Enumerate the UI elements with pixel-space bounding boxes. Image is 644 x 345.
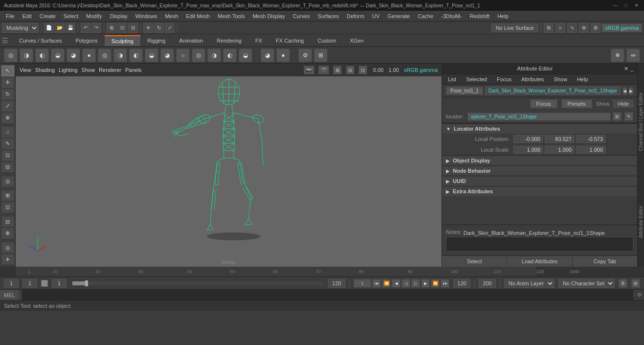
grid-toggle[interactable]: ⊞ (333, 66, 342, 74)
brush-settings-btn[interactable]: ⚙ (298, 48, 312, 62)
frame-counter[interactable]: 1 (354, 279, 371, 288)
attr-tab-help[interactable]: Help (573, 75, 592, 83)
selected-frame-input[interactable] (52, 279, 67, 288)
tab-rigging[interactable]: Rigging (140, 36, 172, 46)
menu-curves[interactable]: Curves (289, 12, 314, 20)
undo-btn[interactable]: ↶ (81, 23, 90, 33)
sculpt-scrape-tool[interactable]: ◎ (192, 48, 205, 62)
lasso-tool[interactable]: ⊟ (1, 162, 14, 173)
new-scene-btn[interactable]: 📄 (44, 23, 54, 33)
tab-fx-caching[interactable]: FX Caching (269, 36, 311, 46)
tab-xgen[interactable]: XGen (343, 36, 370, 46)
current-frame-input[interactable] (22, 279, 37, 288)
load-attributes-button[interactable]: Load Attributes (507, 256, 572, 267)
menu-generate[interactable]: Generate (383, 12, 414, 20)
show-all[interactable]: ⊕ (1, 228, 14, 239)
sculpt-imprint-tool[interactable]: ◕ (160, 48, 174, 62)
navigate-btn[interactable]: ✈ (1, 254, 14, 265)
extra-attr-header[interactable]: ▶ Extra Attributes (442, 186, 637, 196)
prev-frame-btn[interactable]: ◀ (392, 279, 400, 288)
menu-file[interactable]: File (2, 12, 19, 20)
grid-display-tool[interactable]: ⊞ (1, 190, 14, 201)
live-surface-btn[interactable]: No Live Surface (491, 23, 538, 32)
playback-max-input[interactable] (479, 279, 496, 288)
menu-display[interactable]: Display (106, 12, 132, 20)
extra-btn2[interactable]: ⊞ (631, 279, 640, 288)
viewport-shading-menu[interactable]: Shading (35, 67, 55, 73)
menu-create[interactable]: Create (36, 12, 60, 20)
brush-stamp-btn[interactable]: ⊞ (314, 48, 328, 62)
copy-tab-button[interactable]: Copy Tab (573, 256, 637, 267)
snap-tool[interactable]: ◎ (1, 176, 14, 187)
wireframe-toggle[interactable]: ⊟ (346, 66, 355, 74)
select-button[interactable]: Select (442, 256, 507, 267)
soft-select[interactable]: ○ (1, 127, 14, 138)
viewport-lighting-menu[interactable]: Lighting (59, 67, 78, 73)
viewport-panels-menu[interactable]: Panels (125, 67, 142, 73)
symmetry-btn[interactable]: ⇔ (626, 48, 640, 62)
menu-redshift[interactable]: Redshift (466, 12, 493, 20)
sculpt-wax-tool[interactable]: ○ (176, 48, 190, 62)
local-scale-y[interactable]: 1.000 (545, 146, 574, 154)
isolate-select[interactable]: ◎ (1, 242, 14, 253)
scale-btn[interactable]: ⤢ (165, 23, 175, 33)
notes-text-area[interactable] (446, 237, 633, 252)
attr-tab-list[interactable]: List (444, 75, 460, 83)
sculpt-knife-tool[interactable]: ◐ (223, 48, 237, 62)
uuid-header[interactable]: ▶ UUID (442, 176, 637, 186)
workspace-dropdown[interactable]: Modeling (2, 23, 39, 33)
tab-curves-surfaces[interactable]: Curves / Surfaces (12, 36, 68, 46)
sculpt-fill-tool[interactable]: ◑ (207, 48, 221, 62)
viewport-renderer-menu[interactable]: Renderer (99, 67, 121, 73)
menu-modify[interactable]: Modify (82, 12, 106, 20)
extra-btn1[interactable]: ⚙ (619, 279, 627, 288)
menu-help[interactable]: Help (493, 12, 512, 20)
attr-tab-selected[interactable]: Selected (462, 75, 491, 83)
range-end-input[interactable] (328, 279, 345, 288)
minimize-button[interactable]: — (612, 2, 619, 9)
locator-value[interactable]: xplorer_T_Pose_ncl1_1Shape (467, 113, 611, 121)
film-btn[interactable]: 🎬 (318, 66, 329, 74)
menu-uv[interactable]: UV (368, 12, 383, 20)
tab-polygons[interactable]: Polygons (68, 36, 104, 46)
node-behavior-header[interactable]: ▶ Node Behavior (442, 166, 637, 176)
node-tab[interactable]: Pose_ncl1_1 (446, 87, 483, 95)
attr-panel-minimize[interactable]: _ (630, 66, 633, 71)
sculpt-pinch-tool[interactable]: ◑ (20, 48, 33, 62)
tab-custom[interactable]: Custom (311, 36, 343, 46)
step-back-btn[interactable]: ⏪ (382, 279, 391, 288)
locator-expand-btn[interactable]: ⊞ (613, 112, 622, 121)
save-btn[interactable]: 💾 (66, 23, 75, 33)
scale-tool-left[interactable]: ⤢ (1, 101, 14, 112)
lasso-btn[interactable]: ⊡ (117, 23, 127, 33)
local-scale-z[interactable]: 1.000 (576, 146, 605, 154)
step-forward-btn[interactable]: ⏩ (431, 279, 440, 288)
paint-tool[interactable]: ✎ (1, 138, 14, 149)
sculpt-push-tool[interactable]: ◕ (67, 48, 80, 62)
move-btn[interactable]: ✛ (143, 23, 153, 33)
sculpt-relax-tool[interactable]: ◎ (4, 48, 18, 62)
play-forward-btn[interactable]: ▷ (411, 279, 420, 288)
snap-view-btn[interactable]: ⊞ (591, 23, 600, 33)
menu-edit-mesh[interactable]: Edit Mesh (182, 12, 214, 20)
snap-curve-btn[interactable]: ∿ (567, 23, 577, 33)
freeze-btn[interactable]: ❄ (611, 48, 624, 62)
mesh-viewport[interactable] (16, 76, 442, 254)
camera-btn[interactable]: 📷 (304, 66, 314, 74)
menu-surfaces[interactable]: Surfaces (314, 12, 343, 20)
attr-panel-close[interactable]: ✕ (624, 66, 628, 72)
grid-btn[interactable]: ⊞ (544, 23, 554, 33)
viewport-view-menu[interactable]: View (20, 67, 31, 73)
rotate-tool-left[interactable]: ↻ (1, 89, 14, 100)
sculpt-grab-tool[interactable]: ◒ (51, 48, 65, 62)
rotate-btn[interactable]: ↻ (154, 23, 164, 33)
char-set-select[interactable]: No Character Set (558, 279, 615, 288)
local-pos-x[interactable]: -0.000 (513, 135, 543, 143)
anim-layer-select[interactable]: No Anim Layer (504, 279, 555, 288)
menu-deform[interactable]: Deform (343, 12, 368, 20)
menu-mesh-tools[interactable]: Mesh Tools (214, 12, 248, 20)
menu-edit[interactable]: Edit (19, 12, 36, 20)
locator-edit-btn[interactable]: ✎ (624, 112, 633, 121)
move-tool-left[interactable]: ✛ (1, 77, 14, 88)
select-tool[interactable]: ↖ (1, 66, 14, 76)
